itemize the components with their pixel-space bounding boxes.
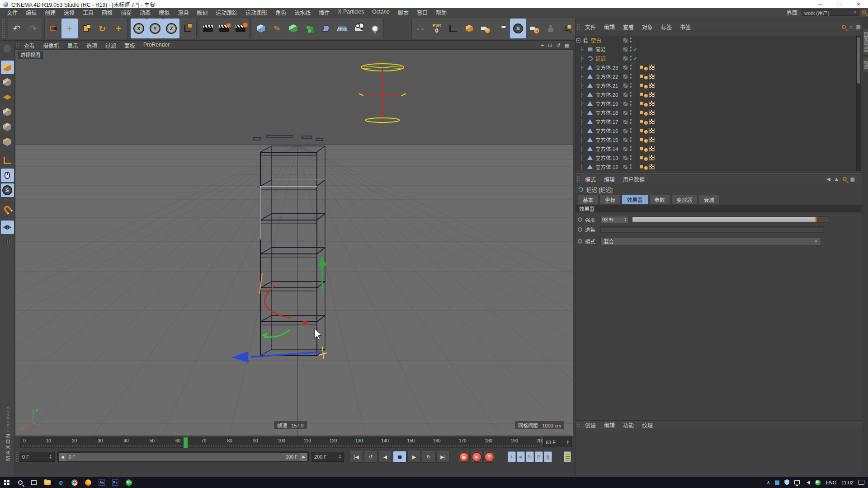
phong-tag-icon[interactable]	[640, 165, 643, 169]
visibility-toggle-icon[interactable]	[623, 138, 627, 142]
visibility-dots[interactable]	[630, 38, 632, 43]
model-mode-button[interactable]	[1, 61, 14, 74]
goto-end-button[interactable]: ▶|	[436, 451, 450, 463]
edge-button[interactable]: e	[54, 477, 68, 488]
frame-stepper-icon[interactable]: ▲▼	[566, 440, 569, 445]
tag-icon[interactable]	[644, 166, 648, 170]
viewport-nav-icon[interactable]: ⊡	[548, 42, 552, 48]
phong-tag-icon[interactable]	[640, 138, 643, 141]
object-row[interactable]: 立方体.15	[576, 135, 856, 144]
texture-tag-icon[interactable]	[649, 74, 655, 79]
object-row[interactable]: 空白	[576, 36, 856, 45]
autokey-button[interactable]: ●	[471, 451, 482, 463]
visibility-toggle-icon[interactable]	[623, 102, 627, 106]
tag-tool-button[interactable]	[477, 19, 494, 38]
add-mograph-button[interactable]	[302, 19, 318, 38]
tag-icon[interactable]	[644, 85, 648, 89]
enable-axis-button[interactable]	[1, 154, 14, 167]
media-player-button[interactable]: Ps	[108, 477, 122, 488]
security-shield-icon[interactable]	[784, 479, 789, 485]
object-name[interactable]: 立方体.16	[595, 127, 618, 134]
texture-tag-icon[interactable]	[649, 128, 655, 133]
chrome-button[interactable]	[68, 477, 81, 488]
after-effects-button[interactable]: Ae	[95, 477, 108, 488]
object-manager-menu-item[interactable]: 书签	[676, 23, 695, 31]
viewport-nav-icon[interactable]: ▦	[565, 42, 569, 48]
back-icon[interactable]: ◀	[826, 176, 830, 182]
menubar-item[interactable]: 渲染	[174, 9, 193, 16]
prev-frame-button[interactable]: ◀	[378, 451, 392, 463]
texture-tag-icon[interactable]	[649, 65, 655, 70]
tab-衰减[interactable]: 衰减	[698, 195, 720, 204]
material-manager-menu-item[interactable]: 纹理	[638, 421, 657, 429]
wechat-tray-icon[interactable]	[815, 480, 821, 485]
visibility-toggle-icon[interactable]	[623, 120, 627, 124]
object-row[interactable]: 立方体.21	[576, 81, 856, 90]
workplane-mode-button[interactable]	[1, 90, 14, 104]
attribute-manager-menu-item[interactable]: 编辑	[600, 175, 619, 183]
phong-tag-icon[interactable]	[640, 66, 643, 69]
visibility-dots[interactable]	[630, 164, 632, 169]
simulation-button[interactable]: S	[510, 19, 526, 38]
texture-tag-icon[interactable]	[649, 137, 655, 142]
tag-icon[interactable]	[644, 103, 648, 107]
object-name[interactable]: 简易	[595, 46, 606, 53]
timeline-ruler[interactable]: 0102030405060708090100110120130140150160…	[20, 437, 540, 448]
close-button[interactable]: ✕	[849, 0, 868, 8]
object-row[interactable]: 立方体.23	[576, 63, 856, 72]
task-view-button[interactable]	[27, 477, 41, 488]
object-row[interactable]: 立方体.18	[576, 108, 856, 117]
object-row[interactable]: 立方体.22	[576, 72, 856, 81]
enabled-check-icon[interactable]	[633, 47, 637, 52]
start-frame-field[interactable]: 0 F ▲▼	[19, 452, 55, 462]
menubar-item[interactable]: 选择	[60, 9, 79, 16]
menubar-item[interactable]: 网格	[98, 9, 117, 16]
visibility-toggle-icon[interactable]	[623, 111, 627, 115]
menubar-item[interactable]: 运动图形	[241, 9, 271, 16]
object-manager-menu-item[interactable]: 对象	[638, 23, 657, 31]
visibility-dots[interactable]	[630, 119, 632, 124]
mode-dropdown[interactable]: 混合 ▼	[600, 238, 821, 245]
playhead[interactable]	[184, 437, 188, 448]
object-name[interactable]: 立方体.21	[595, 82, 618, 89]
phong-tag-icon[interactable]	[640, 84, 643, 87]
current-frame-field[interactable]: 63 F ▲▼	[543, 437, 572, 447]
visibility-toggle-icon[interactable]	[623, 93, 627, 97]
texture-tag-icon[interactable]	[649, 164, 655, 169]
menubar-item[interactable]: 运动跟踪	[212, 9, 241, 16]
visibility-toggle-icon[interactable]	[623, 129, 627, 133]
visibility-toggle-icon[interactable]	[623, 47, 627, 52]
range-inner[interactable]: ◀ 0 F 200 F ▶	[59, 453, 307, 461]
viewport-panel[interactable]: 查看摄像机显示选项过滤面板ProRender +⊡↺▦ 透视视图	[15, 41, 573, 436]
tag-icon[interactable]	[644, 148, 648, 152]
menubar-item[interactable]: 动画	[136, 9, 155, 16]
object-name[interactable]: 立方体.23	[595, 64, 618, 71]
add-camera-button[interactable]	[350, 19, 367, 38]
menubar-item[interactable]: 模拟	[155, 9, 174, 16]
forward-icon[interactable]: ▲	[834, 176, 839, 182]
object-row[interactable]: 立方体.16	[576, 126, 856, 135]
am-grid-icon[interactable]: ▦	[850, 176, 855, 182]
next-frame-button[interactable]: ▶	[407, 451, 421, 463]
rotate-button[interactable]: ↻	[94, 19, 110, 38]
timeline-window-button[interactable]	[564, 451, 571, 462]
phong-tag-icon[interactable]	[640, 93, 643, 96]
viewport-menu-item[interactable]: 选项	[82, 42, 101, 49]
tag-icon[interactable]	[644, 121, 648, 125]
strength-slider[interactable]	[632, 216, 830, 223]
menubar-item[interactable]: 工具	[79, 9, 98, 16]
object-manager-menu-item[interactable]: 文件	[581, 23, 600, 31]
visibility-dots[interactable]	[630, 74, 632, 79]
visibility-dots[interactable]	[630, 137, 632, 142]
gizmo-center-handle[interactable]	[303, 321, 307, 325]
object-row[interactable]: 简易	[576, 45, 856, 54]
visibility-toggle-icon[interactable]	[623, 84, 627, 88]
toggle-pla[interactable]: ⣿	[544, 451, 552, 462]
tag-icon[interactable]	[644, 112, 648, 116]
viewport-menu-item[interactable]: 面板	[120, 42, 139, 49]
menubar-item[interactable]: 窗口	[413, 9, 432, 16]
object-name[interactable]: 延迟	[595, 55, 606, 62]
file-explorer-button[interactable]	[41, 477, 54, 488]
home-icon[interactable]: ⌂	[849, 24, 853, 29]
attribute-manager-menu-item[interactable]: 用户数据	[619, 175, 649, 183]
